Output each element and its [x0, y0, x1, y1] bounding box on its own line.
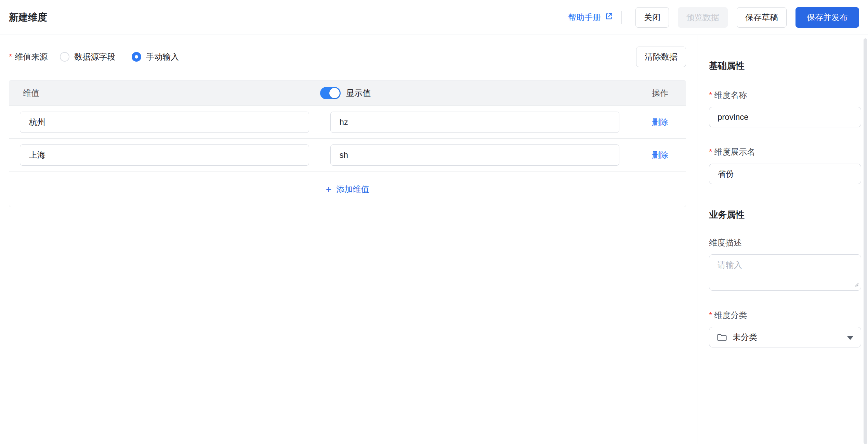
display-value-toggle-group: 显示值 [320, 80, 371, 105]
table-row: 删除 [9, 138, 686, 171]
header-divider [621, 11, 622, 24]
dimension-name-input[interactable] [709, 107, 861, 127]
display-input-row1[interactable] [330, 112, 620, 133]
delete-link-row1[interactable]: 删除 [652, 117, 668, 127]
plus-icon: + [326, 185, 331, 194]
table-row: 删除 [9, 105, 686, 138]
content-panel: * 维值来源 数据源字段 手动输入 清除数据 维值 [0, 35, 697, 444]
radio-selected-icon [132, 52, 141, 62]
scrollbar-thumb[interactable] [864, 38, 867, 444]
basic-properties-heading: 基础属性 [709, 60, 861, 72]
save-publish-button[interactable]: 保存并发布 [795, 7, 859, 28]
dimension-description-label-row: 维度描述 [709, 237, 861, 248]
value-input-row1[interactable] [20, 112, 309, 133]
dimension-name-label-row: * 维度名称 [709, 90, 861, 101]
dimension-value-table: 维值 显示值 操作 删除 删除 [9, 80, 686, 207]
display-value-toggle[interactable] [320, 87, 341, 99]
required-mark: * [9, 52, 12, 62]
table-header: 维值 显示值 操作 [9, 80, 686, 105]
dimension-category-select[interactable]: 未分类 [709, 327, 861, 347]
value-source-label: 维值来源 [15, 51, 48, 62]
save-draft-button[interactable]: 保存草稿 [737, 7, 787, 28]
toggle-knob [329, 88, 340, 98]
required-mark: * [709, 147, 712, 157]
dimension-description-wrap [709, 254, 861, 291]
properties-sidebar: 基础属性 * 维度名称 * 维度展示名 业务属性 维度描述 * 维度分类 [697, 35, 868, 444]
clear-data-button[interactable]: 清除数据 [636, 47, 686, 67]
radio-datasource-field[interactable]: 数据源字段 [60, 51, 115, 62]
radio-manual-input[interactable]: 手动输入 [132, 51, 179, 62]
value-source-row: * 维值来源 数据源字段 手动输入 清除数据 [9, 47, 686, 67]
display-input-row2[interactable] [330, 144, 620, 166]
chevron-down-icon [847, 336, 853, 340]
required-mark: * [709, 310, 712, 320]
folder-icon [717, 333, 727, 342]
row-action-cell: 删除 [619, 150, 668, 161]
help-manual-label: 帮助手册 [568, 12, 601, 23]
dimension-display-name-label-row: * 维度展示名 [709, 147, 861, 157]
page-title: 新建维度 [9, 11, 47, 24]
dimension-category-value: 未分类 [733, 332, 757, 343]
dimension-display-name-label: 维度展示名 [714, 147, 755, 157]
dimension-category-label: 维度分类 [714, 310, 747, 321]
add-dimension-value-button[interactable]: + 添加维值 [326, 184, 369, 195]
business-properties-heading: 业务属性 [709, 209, 861, 221]
column-header-action: 操作 [652, 88, 668, 99]
page-header: 新建维度 帮助手册 关闭 预览数据 保存草稿 保存并发布 [0, 0, 868, 35]
external-link-icon [604, 12, 613, 23]
dimension-name-label: 维度名称 [714, 90, 747, 101]
main-area: * 维值来源 数据源字段 手动输入 清除数据 维值 [0, 35, 868, 444]
radio-manual-label: 手动输入 [146, 51, 179, 62]
header-actions: 帮助手册 关闭 预览数据 保存草稿 保存并发布 [568, 7, 859, 28]
table-footer: + 添加维值 [9, 171, 686, 207]
row-action-cell: 删除 [619, 117, 668, 128]
value-input-row2[interactable] [20, 144, 309, 166]
dimension-category-label-row: * 维度分类 [709, 310, 861, 321]
dimension-display-name-input[interactable] [709, 164, 861, 184]
display-value-label: 显示值 [346, 88, 371, 99]
help-manual-link[interactable]: 帮助手册 [568, 12, 613, 23]
dimension-description-textarea[interactable] [709, 254, 861, 291]
add-dimension-value-label: 添加维值 [336, 184, 369, 195]
preview-data-button[interactable]: 预览数据 [678, 7, 728, 28]
radio-unselected-icon [60, 52, 69, 62]
column-header-value: 维值 [23, 88, 39, 99]
close-button[interactable]: 关闭 [635, 7, 669, 28]
required-mark: * [709, 90, 712, 100]
delete-link-row2[interactable]: 删除 [652, 150, 668, 160]
dimension-description-label: 维度描述 [709, 237, 742, 248]
value-source-group: * 维值来源 数据源字段 手动输入 [9, 51, 195, 62]
radio-datasource-label: 数据源字段 [74, 51, 115, 62]
